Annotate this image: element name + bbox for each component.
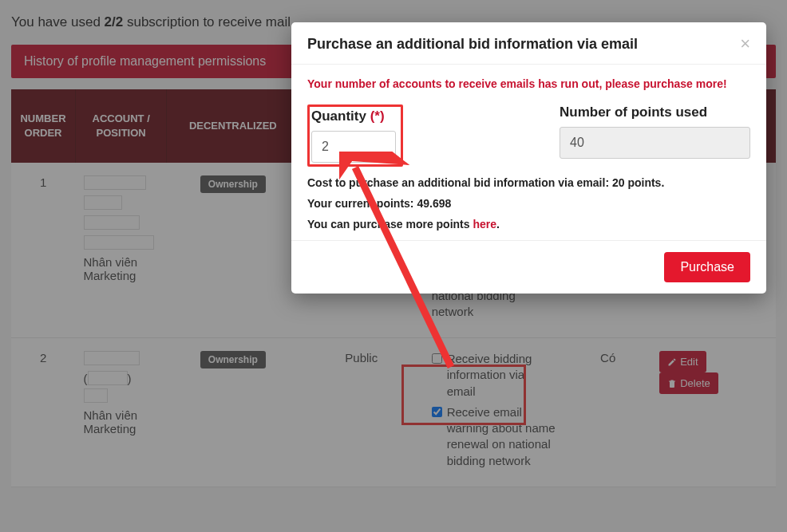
points-label: Number of points used [560,104,750,120]
modal-warning: Your number of accounts to receive email… [307,77,750,90]
cost-info: Cost to purchase an additional bid infor… [307,176,750,189]
modal-title: Purchase an additional bid information v… [307,36,638,53]
close-icon[interactable]: × [740,35,750,53]
purchase-button[interactable]: Purchase [664,252,750,282]
here-link[interactable]: here [473,218,496,231]
purchase-more-info: You can purchase more points here. [307,218,750,231]
current-points-info: Your current points: 49.698 [307,197,750,210]
quantity-label: Quantity (*) [311,108,399,124]
purchase-modal: Purchase an additional bid information v… [291,22,766,294]
quantity-highlight: Quantity (*) [307,104,403,167]
points-input [560,127,750,159]
quantity-input[interactable] [311,131,396,163]
